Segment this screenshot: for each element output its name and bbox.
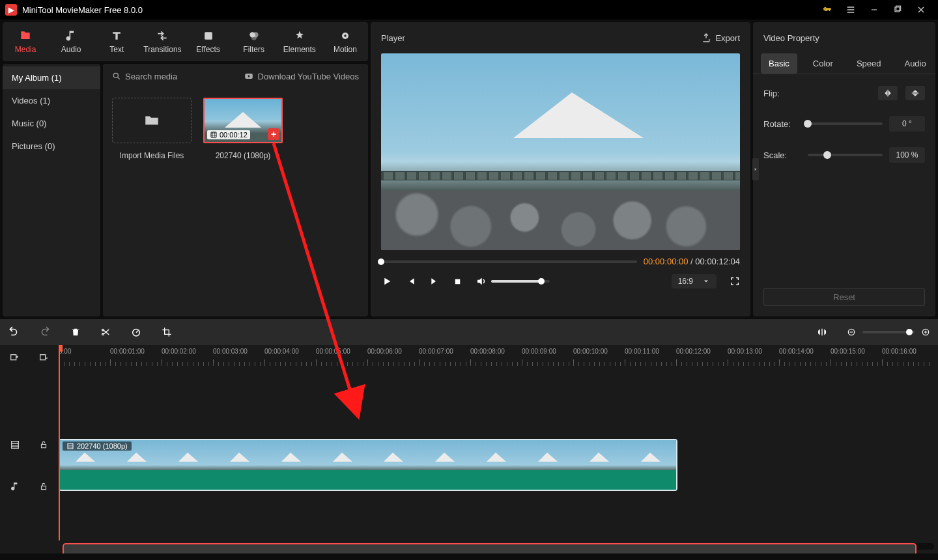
time-ruler[interactable]: 0:0000:00:01:0000:00:02:0000:00:03:0000:… bbox=[59, 345, 938, 367]
tab-filters[interactable]: Filters bbox=[231, 22, 277, 61]
prop-tab-basic[interactable]: Basic bbox=[761, 53, 797, 74]
current-time: 00:00:00:00 bbox=[644, 257, 689, 266]
youtube-icon bbox=[244, 72, 254, 81]
tab-effects[interactable]: Effects bbox=[186, 22, 231, 61]
crop-button[interactable] bbox=[162, 327, 172, 337]
sidebar-item-my-album[interactable]: My Album (1) bbox=[3, 66, 100, 89]
download-youtube-button[interactable]: Download YouTube Videos bbox=[244, 72, 359, 81]
player-panel: Player Export 00:00:00:00 / 00:00:12:04 bbox=[371, 22, 750, 316]
timeline-clip[interactable]: 202740 (1080p) bbox=[59, 439, 677, 491]
svg-rect-2 bbox=[205, 32, 212, 40]
media-panel: Search media Download YouTube Videos Imp… bbox=[103, 64, 368, 316]
redo-button[interactable] bbox=[39, 326, 51, 338]
playback-progress[interactable] bbox=[381, 260, 637, 263]
add-track-button[interactable] bbox=[9, 353, 20, 363]
aspect-ratio-select[interactable]: 16:9 bbox=[672, 274, 717, 288]
svg-rect-24 bbox=[68, 443, 73, 449]
video-preview[interactable] bbox=[381, 53, 740, 250]
tab-label: Effects bbox=[196, 45, 220, 54]
tab-label: Transitions bbox=[143, 45, 181, 54]
sidebar-item-pictures[interactable]: Pictures (0) bbox=[3, 135, 100, 158]
youtube-label: Download YouTube Videos bbox=[258, 72, 359, 81]
svg-rect-0 bbox=[895, 7, 900, 12]
zoom-slider[interactable] bbox=[862, 331, 915, 333]
timeline-scrollbar[interactable] bbox=[63, 543, 934, 550]
tab-label: Audio bbox=[61, 45, 81, 54]
film-icon bbox=[66, 442, 74, 450]
search-input[interactable]: Search media bbox=[112, 72, 177, 81]
minimize-button[interactable] bbox=[862, 0, 886, 20]
stop-button[interactable] bbox=[453, 277, 462, 287]
play-button[interactable] bbox=[381, 275, 393, 287]
tab-label: Media bbox=[15, 45, 36, 54]
media-sidebar: My Album (1) Videos (1) Music (0) Pictur… bbox=[3, 64, 100, 316]
close-button[interactable] bbox=[909, 0, 933, 20]
playhead[interactable] bbox=[59, 345, 60, 540]
total-time: 00:00:12:04 bbox=[695, 257, 740, 266]
app-icon: ▶ bbox=[5, 4, 17, 16]
svg-rect-11 bbox=[455, 279, 461, 284]
speed-button[interactable] bbox=[130, 326, 142, 338]
tab-label: Text bbox=[109, 45, 124, 54]
import-caption: Import Media Files bbox=[112, 151, 192, 160]
prop-tab-color[interactable]: Color bbox=[805, 53, 841, 74]
video-track-lock[interactable] bbox=[39, 440, 48, 449]
svg-rect-19 bbox=[11, 355, 16, 360]
svg-rect-1 bbox=[896, 6, 901, 10]
export-button[interactable]: Export bbox=[701, 33, 740, 43]
split-button[interactable] bbox=[100, 327, 111, 337]
svg-point-8 bbox=[113, 73, 118, 77]
volume-slider[interactable] bbox=[491, 280, 550, 283]
search-placeholder: Search media bbox=[125, 72, 177, 81]
media-clip-thumb[interactable]: 00:00:12 + bbox=[203, 98, 283, 143]
flip-label: Flip: bbox=[763, 89, 800, 98]
delete-button[interactable] bbox=[70, 327, 81, 337]
prev-frame-button[interactable] bbox=[406, 276, 416, 287]
flip-horizontal-button[interactable] bbox=[878, 86, 898, 100]
zoom-in-button[interactable] bbox=[921, 328, 930, 337]
tab-motion[interactable]: Motion bbox=[322, 22, 368, 61]
menu-icon[interactable] bbox=[839, 0, 862, 20]
playback-timecodes: 00:00:00:00 / 00:00:12:04 bbox=[644, 257, 740, 266]
scale-slider[interactable] bbox=[808, 154, 883, 156]
sidebar-item-videos[interactable]: Videos (1) bbox=[3, 89, 100, 112]
film-icon bbox=[210, 131, 218, 139]
svg-rect-12 bbox=[887, 90, 888, 97]
flip-vertical-button[interactable] bbox=[905, 86, 925, 100]
import-media-button[interactable] bbox=[112, 98, 192, 143]
svg-point-14 bbox=[102, 329, 104, 331]
sidebar-item-music[interactable]: Music (0) bbox=[3, 112, 100, 135]
timeline-toolbar bbox=[0, 319, 938, 345]
chevron-down-icon bbox=[702, 277, 710, 285]
prop-tab-audio[interactable]: Audio bbox=[896, 53, 933, 74]
tab-transitions[interactable]: Transitions bbox=[139, 22, 185, 61]
next-frame-button[interactable] bbox=[429, 276, 440, 287]
tab-elements[interactable]: Elements bbox=[277, 22, 322, 61]
tab-audio[interactable]: Audio bbox=[48, 22, 94, 61]
track-area[interactable]: 202740 (1080p) bbox=[59, 367, 938, 540]
svg-rect-20 bbox=[40, 355, 45, 360]
scale-value[interactable]: 100 % bbox=[889, 147, 925, 163]
properties-panel: Video Property Basic Color Speed Audio F… bbox=[753, 22, 935, 316]
remove-track-button[interactable] bbox=[38, 353, 49, 363]
fullscreen-button[interactable] bbox=[730, 276, 740, 287]
maximize-button[interactable] bbox=[886, 0, 909, 20]
zoom-out-button[interactable] bbox=[847, 328, 856, 337]
license-key-icon[interactable] bbox=[816, 0, 839, 20]
zoom-fit-icon[interactable] bbox=[817, 327, 827, 337]
timeline-clip-label: 202740 (1080p) bbox=[77, 442, 128, 450]
collapse-properties-button[interactable] bbox=[752, 158, 759, 180]
volume-icon[interactable] bbox=[476, 275, 487, 287]
svg-rect-22 bbox=[42, 444, 46, 447]
add-clip-button[interactable]: + bbox=[268, 128, 279, 140]
reset-button[interactable]: Reset bbox=[763, 288, 925, 306]
prop-tab-speed[interactable]: Speed bbox=[849, 53, 889, 74]
tab-media[interactable]: Media bbox=[3, 22, 48, 61]
rotate-slider[interactable] bbox=[808, 122, 883, 125]
audio-track-lock[interactable] bbox=[39, 482, 48, 491]
rotate-value[interactable]: 0 ° bbox=[889, 116, 925, 132]
tab-text[interactable]: Text bbox=[94, 22, 139, 61]
svg-point-7 bbox=[344, 35, 346, 36]
svg-rect-21 bbox=[11, 441, 18, 449]
undo-button[interactable] bbox=[8, 326, 20, 338]
